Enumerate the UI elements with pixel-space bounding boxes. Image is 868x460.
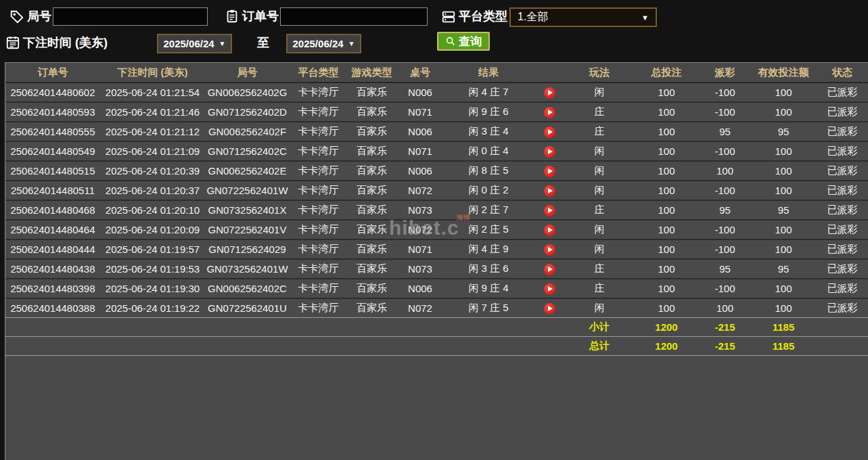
- cell-bet-time: 2025-06-24 01:20:39: [100, 161, 205, 181]
- cell-status: 已派彩: [817, 259, 868, 279]
- cell-valid-bet: 100: [750, 83, 817, 102]
- cell-status: 已派彩: [817, 220, 868, 239]
- table-row: 250624014480549 2025-06-24 01:21:09 GN07…: [5, 141, 868, 161]
- chevron-down-icon: ▼: [641, 14, 649, 22]
- round-number-label: 局号: [27, 7, 51, 26]
- play-video-button[interactable]: [544, 127, 555, 138]
- total-label: 总计: [566, 337, 633, 356]
- cell-bet-time: 2025-06-24 01:20:37: [100, 181, 205, 200]
- cell-payout: 100: [700, 161, 750, 181]
- col-header-round-id: 局号: [205, 63, 290, 83]
- cell-platform: 卡卡湾厅: [290, 259, 347, 279]
- date-to-picker[interactable]: 2025/06/24 ▼: [286, 34, 361, 53]
- cell-status: 已派彩: [817, 298, 868, 318]
- total-total-bet: 1200: [633, 337, 700, 356]
- cell-payout: -100: [700, 141, 750, 161]
- date-to-value: 2025/06/24: [293, 38, 344, 49]
- play-video-button[interactable]: [544, 107, 555, 118]
- round-number-input[interactable]: [53, 7, 208, 26]
- cell-video: [533, 200, 566, 220]
- subtotal-label: 小计: [566, 318, 633, 337]
- table-row: 250624014480444 2025-06-24 01:19:57 GN07…: [5, 239, 868, 259]
- cell-video: [533, 259, 566, 279]
- cell-valid-bet: 100: [750, 279, 817, 298]
- cell-play-type: 庄: [566, 102, 633, 122]
- cell-table-no: N072: [396, 298, 444, 318]
- cell-table-no: N071: [396, 141, 444, 161]
- cell-order-id: 250624014480511: [5, 181, 100, 200]
- col-header-result: 结果: [444, 63, 533, 83]
- table-row: 250624014480515 2025-06-24 01:20:39 GN00…: [5, 161, 868, 181]
- cell-bet-time: 2025-06-24 01:19:22: [100, 298, 205, 318]
- cell-table-no: N073: [396, 259, 444, 279]
- cell-video: [533, 141, 566, 161]
- cell-result: 闲 0 庄 2: [444, 181, 533, 200]
- cell-result: 闲 2 庄 5: [444, 220, 533, 239]
- cell-valid-bet: 100: [750, 298, 817, 318]
- cell-play-type: 闲: [566, 141, 633, 161]
- cell-valid-bet: 95: [750, 200, 817, 220]
- cell-result: 闲 8 庄 5: [444, 161, 533, 181]
- cell-status: 已派彩: [817, 239, 868, 259]
- cell-platform: 卡卡湾厅: [290, 279, 347, 298]
- cell-valid-bet: 100: [750, 239, 817, 259]
- cell-order-id: 250624014480444: [5, 239, 100, 259]
- cell-payout: 100: [700, 298, 750, 318]
- cell-round-id: GN0062562402E: [205, 161, 290, 181]
- cell-result: 闲 3 庄 4: [444, 122, 533, 141]
- records-tbody: 250624014480602 2025-06-24 01:21:54 GN00…: [5, 83, 868, 318]
- table-header-row: 订单号 下注时间 (美东) 局号 平台类型 游戏类型 桌号 结果 玩法 总投注 …: [5, 63, 868, 83]
- play-icon: [548, 90, 553, 95]
- play-video-button[interactable]: [544, 146, 555, 158]
- play-video-button[interactable]: [544, 185, 555, 197]
- cell-valid-bet: 100: [750, 141, 817, 161]
- col-header-play-type: 玩法: [566, 63, 633, 83]
- cell-status: 已派彩: [817, 161, 868, 181]
- cell-result: 闲 4 庄 9: [444, 239, 533, 259]
- play-video-button[interactable]: [544, 264, 555, 275]
- play-video-button[interactable]: [544, 303, 555, 315]
- col-header-order-id: 订单号: [5, 63, 100, 83]
- cell-total-bet: 100: [633, 83, 700, 102]
- cell-order-id: 250624014480549: [5, 141, 100, 161]
- table-row: 250624014480464 2025-06-24 01:20:09 GN07…: [5, 220, 868, 239]
- play-icon: [548, 149, 553, 154]
- cell-table-no: N006: [396, 161, 444, 181]
- play-video-button[interactable]: [544, 225, 555, 236]
- cell-play-type: 闲: [566, 220, 633, 239]
- cell-game-type: 百家乐: [347, 122, 396, 141]
- play-video-button[interactable]: [544, 205, 555, 216]
- query-button[interactable]: 查询: [437, 32, 490, 51]
- cell-table-no: N006: [396, 122, 444, 141]
- col-header-bet-time: 下注时间 (美东): [100, 63, 205, 83]
- play-icon: [548, 227, 553, 233]
- cell-platform: 卡卡湾厅: [290, 181, 347, 200]
- cell-total-bet: 100: [633, 298, 700, 318]
- cell-game-type: 百家乐: [347, 83, 396, 102]
- tag-icon: [9, 9, 24, 24]
- cell-status: 已派彩: [817, 181, 868, 200]
- cell-result: 闲 4 庄 7: [444, 83, 533, 102]
- play-video-button[interactable]: [544, 87, 555, 99]
- col-header-payout: 派彩: [700, 63, 750, 83]
- play-video-button[interactable]: [544, 283, 555, 295]
- cell-total-bet: 100: [633, 279, 700, 298]
- cell-platform: 卡卡湾厅: [290, 141, 347, 161]
- cell-round-id: GN0712562402C: [205, 141, 290, 161]
- table-row: 250624014480555 2025-06-24 01:21:12 GN00…: [5, 122, 868, 141]
- cell-platform: 卡卡湾厅: [290, 298, 347, 318]
- col-header-total-bet: 总投注: [633, 63, 700, 83]
- cell-bet-time: 2025-06-24 01:19:30: [100, 279, 205, 298]
- col-header-valid-bet: 有效投注额: [750, 63, 817, 83]
- date-from-picker[interactable]: 2025/06/24 ▼: [157, 34, 232, 53]
- order-number-input[interactable]: [280, 7, 428, 26]
- cell-result: 闲 0 庄 4: [444, 141, 533, 161]
- play-video-button[interactable]: [544, 244, 555, 256]
- platform-type-select[interactable]: 1.全部 ▼: [509, 7, 657, 27]
- cell-order-id: 250624014480602: [5, 83, 100, 102]
- cell-play-type: 闲: [566, 83, 633, 102]
- cell-payout: -100: [700, 239, 750, 259]
- play-video-button[interactable]: [544, 166, 555, 177]
- cell-valid-bet: 95: [750, 259, 817, 279]
- cell-round-id: GN0062562402C: [205, 279, 290, 298]
